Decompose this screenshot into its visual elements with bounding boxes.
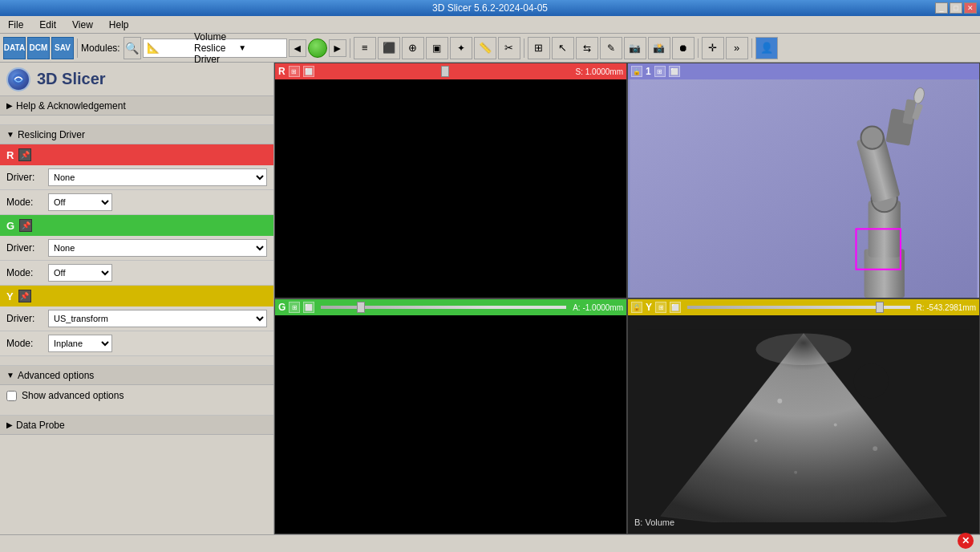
- nav-right-button[interactable]: ►: [329, 39, 346, 57]
- r-vp-icon1[interactable]: ⊞: [289, 66, 300, 77]
- svg-point-18: [873, 446, 877, 451]
- svg-point-17: [755, 439, 758, 442]
- record-button[interactable]: ⏺: [672, 37, 695, 59]
- close-button[interactable]: ✕: [964, 2, 977, 14]
- dcm-button[interactable]: DCM: [27, 37, 50, 59]
- threed-icon1[interactable]: ⊞: [654, 66, 666, 77]
- g-mode-select[interactable]: Off Inplane Inplane90 Transverse: [48, 264, 112, 282]
- y-vp-slider[interactable]: [687, 306, 910, 309]
- b-volume-label: B: Volume: [634, 518, 674, 527]
- g-vp-icon2[interactable]: ⬜: [303, 302, 314, 313]
- y-vp-icon1[interactable]: ⊞: [655, 302, 666, 313]
- module-dropdown[interactable]: 📐 Volume Reslice Driver ▼: [143, 39, 287, 58]
- svg-point-14: [853, 363, 889, 399]
- r-viewport-header: R ⊞ ⬜ S: 1.0000mm: [275, 63, 626, 79]
- g-vp-letter: G: [278, 302, 285, 313]
- models-button[interactable]: ▣: [426, 37, 448, 59]
- crosshair2-button[interactable]: ✛: [702, 37, 724, 59]
- r-mode-row: Mode: Off Inplane Inplane90 Transverse: [0, 190, 273, 215]
- g-viewport-content: [275, 299, 626, 534]
- r-pin-button[interactable]: 📌: [18, 148, 31, 161]
- g-viewport[interactable]: G ⊞ ⬜ A: -1.0000mm: [274, 298, 627, 534]
- y-letter: Y: [6, 290, 14, 302]
- y-vp-value: R: -543.2981mm: [917, 303, 976, 312]
- ruler-button[interactable]: 📏: [474, 37, 496, 59]
- slicer-logo: [6, 67, 30, 91]
- y-mode-select[interactable]: Off Inplane Inplane90 Transverse: [48, 335, 112, 352]
- svg-point-15: [777, 398, 782, 403]
- volumes-button[interactable]: ≡: [354, 37, 376, 59]
- y-driver-row: Driver: None US_transform: [0, 306, 273, 331]
- reslicing-collapse-icon: ▼: [6, 130, 14, 139]
- arrow-button[interactable]: ↖: [552, 37, 574, 59]
- g-letter: G: [6, 220, 14, 232]
- help-section-header[interactable]: ▶ Help & Acknowledgement: [0, 96, 273, 116]
- y-vp-icon2[interactable]: ⬜: [670, 302, 681, 313]
- data-button[interactable]: DATA: [3, 37, 26, 59]
- sep3: [524, 39, 524, 58]
- close-x-button[interactable]: ✕: [958, 533, 974, 549]
- fiducial-button[interactable]: ✦: [450, 37, 472, 59]
- robot-svg: [628, 79, 979, 298]
- maximize-button[interactable]: □: [950, 2, 962, 14]
- menu-help[interactable]: Help: [104, 18, 134, 31]
- more-button[interactable]: »: [726, 37, 748, 59]
- r-vp-value: S: 1.0000mm: [576, 67, 623, 76]
- svg-point-16: [834, 423, 837, 426]
- y-driver-select[interactable]: None US_transform: [48, 310, 267, 327]
- save-button[interactable]: SAV: [51, 37, 74, 59]
- reslicing-section-header[interactable]: ▼ Reslicing Driver: [0, 125, 273, 144]
- r-driver-select[interactable]: None: [48, 168, 267, 186]
- menu-file[interactable]: File: [3, 18, 28, 31]
- crosshair-button[interactable]: ⊕: [402, 37, 424, 59]
- r-mode-select[interactable]: Off Inplane Inplane90 Transverse: [48, 193, 112, 211]
- sep4: [698, 39, 699, 58]
- main-area: 3D Slicer ▶ Help & Acknowledgement ▼ Res…: [0, 63, 980, 534]
- g-vp-slider[interactable]: [321, 306, 566, 309]
- g-mode-label: Mode:: [6, 267, 43, 278]
- modules-label: Modules:: [81, 43, 120, 54]
- us-content: B: Volume: [628, 315, 979, 534]
- advanced-section-label: Advanced options: [18, 370, 94, 381]
- g-vp-value: A: -1.0000mm: [573, 303, 623, 312]
- minimize-button[interactable]: _: [935, 2, 948, 14]
- show-advanced-label[interactable]: Show advanced options: [22, 390, 124, 401]
- r-vp-icon2[interactable]: ⬜: [303, 66, 314, 77]
- threed-viewport[interactable]: 🔒 1 ⊞ ⬜: [627, 63, 980, 298]
- layout-button[interactable]: ⬛: [378, 37, 400, 59]
- screenshot-button[interactable]: 📷: [624, 37, 646, 59]
- us-viewport[interactable]: 🔒 Y ⊞ ⬜ R: -543.2981mm: [627, 298, 980, 534]
- scissors-button[interactable]: ✂: [498, 37, 520, 59]
- menu-view[interactable]: View: [67, 18, 98, 31]
- g-vp-icon1[interactable]: ⊞: [289, 302, 300, 313]
- g-pin-button[interactable]: 📌: [19, 219, 32, 232]
- y-vp-letter: Y: [646, 302, 652, 313]
- y-slice-band: Y 📌: [0, 286, 273, 306]
- search-module-button[interactable]: 🔍: [124, 37, 141, 59]
- g-driver-select[interactable]: None: [48, 239, 267, 257]
- nav-left-button[interactable]: ◄: [289, 39, 306, 57]
- y-pin-button[interactable]: 📌: [18, 290, 31, 302]
- menu-edit[interactable]: Edit: [34, 18, 61, 31]
- screenshot2-button[interactable]: 📸: [648, 37, 670, 59]
- threed-icon2[interactable]: ⬜: [669, 66, 680, 77]
- view-button[interactable]: ⊞: [528, 37, 550, 59]
- home-button[interactable]: [308, 39, 327, 58]
- y-vp-pin[interactable]: 🔒: [631, 302, 642, 313]
- threed-bg: [628, 79, 979, 298]
- left-panel: 3D Slicer ▶ Help & Acknowledgement ▼ Res…: [0, 63, 274, 534]
- title-text: 3D Slicer 5.6.2-2024-04-05: [432, 2, 548, 14]
- r-vp-slider[interactable]: [321, 70, 569, 73]
- data-probe-header[interactable]: ▶ Data Probe: [0, 416, 273, 435]
- show-advanced-checkbox[interactable]: [6, 391, 17, 401]
- r-driver-label: Driver:: [6, 172, 43, 183]
- annotate-button[interactable]: ✎: [600, 37, 622, 59]
- threed-pin-icon[interactable]: 🔒: [631, 66, 642, 77]
- user-button[interactable]: 👤: [755, 37, 778, 59]
- slicer-title: 3D Slicer: [37, 70, 106, 88]
- r-viewport[interactable]: R ⊞ ⬜ S: 1.0000mm: [274, 63, 627, 298]
- advanced-section-header[interactable]: ▼ Advanced options: [0, 366, 273, 385]
- logo-area: 3D Slicer: [0, 63, 273, 96]
- transform-button[interactable]: ⇆: [576, 37, 598, 59]
- statusbar: ✕: [0, 534, 980, 552]
